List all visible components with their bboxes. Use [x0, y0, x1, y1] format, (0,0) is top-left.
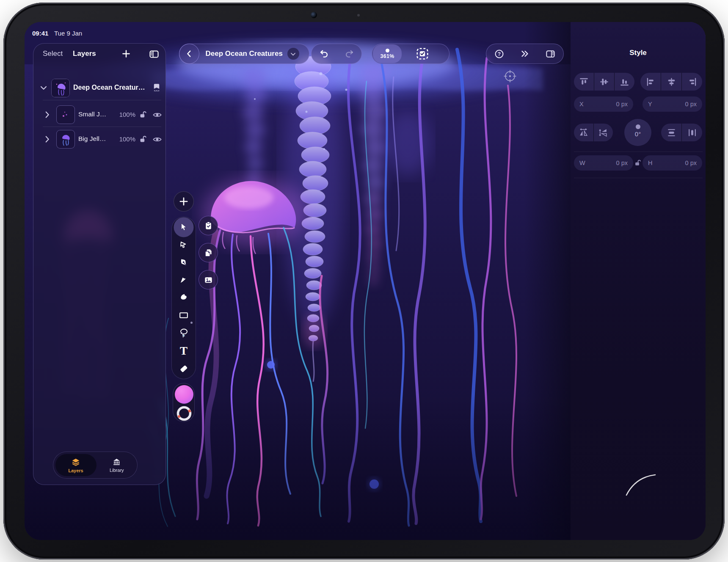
node-tool[interactable] [179, 240, 189, 250]
height-field[interactable]: H 0 px [643, 155, 702, 171]
tab-layers-footer[interactable]: Layers [55, 454, 97, 476]
chevron-down-icon[interactable] [39, 83, 48, 92]
flip-vertical-button[interactable] [593, 124, 613, 141]
library-building-icon [112, 457, 121, 466]
align-left-button[interactable] [640, 73, 661, 91]
align-top-button[interactable] [574, 73, 594, 91]
align-bottom-button[interactable] [614, 73, 634, 91]
zoom-level-button[interactable]: 361% [373, 44, 402, 63]
crosshair-widget-icon [503, 69, 517, 83]
align-center-button[interactable] [661, 73, 681, 91]
align-bottom-icon [619, 77, 630, 87]
eraser-icon [179, 364, 189, 374]
import-image-button[interactable] [199, 270, 218, 289]
x-label: X [579, 101, 584, 107]
status-date: Tue 9 Jan [54, 30, 82, 37]
chevron-left-icon [185, 49, 194, 58]
tab-library-footer[interactable]: Library [97, 452, 138, 478]
right-actions-pill: ? [486, 44, 564, 64]
right-sidebar-toggle-button[interactable] [545, 49, 556, 59]
back-button[interactable] [179, 44, 199, 64]
layer-row-small-jellyfish[interactable]: Small J… 100% [33, 105, 165, 125]
flip-horizontal-button[interactable] [574, 124, 593, 141]
front-camera [311, 12, 317, 18]
mic-dot [357, 14, 360, 17]
stroke-color-swatch[interactable] [176, 405, 192, 422]
flip-horizontal-icon [578, 127, 589, 138]
layer-name: Small J… [78, 110, 106, 118]
x-position-field[interactable]: X 0 px [574, 96, 633, 112]
text-tool[interactable]: T [180, 345, 188, 357]
paste-clipboard-button[interactable] [199, 216, 218, 235]
distribute-group [661, 124, 702, 141]
tab-select[interactable]: Select [43, 50, 63, 58]
snapping-toggle-button[interactable] [416, 47, 435, 61]
image-icon [204, 275, 213, 285]
pencil-tool[interactable] [179, 275, 189, 285]
w-label: W [579, 160, 585, 166]
divider [43, 100, 161, 100]
fill-color-swatch[interactable] [175, 385, 193, 404]
y-position-field[interactable]: Y 0 px [643, 96, 702, 112]
shape-tool[interactable] [179, 310, 189, 321]
undo-button[interactable] [319, 49, 329, 59]
left-sidebar-toggle-button[interactable] [149, 49, 160, 60]
document-title: Deep Ocean Creatures [206, 50, 283, 58]
unlock-icon[interactable] [138, 110, 148, 119]
document-menu-button[interactable] [287, 48, 299, 60]
layer-opacity[interactable]: 100% [116, 135, 135, 143]
brush-tool[interactable] [179, 292, 189, 303]
add-object-button[interactable] [174, 191, 194, 212]
brush-icon [179, 292, 189, 303]
style-panel: Style [571, 22, 706, 540]
align-right-button[interactable] [681, 73, 702, 91]
width-field[interactable]: W 0 px [574, 155, 633, 171]
eraser-tool[interactable] [179, 364, 189, 374]
tab-label: Layers [69, 468, 83, 473]
layer-name: Deep Ocean Creatur… [73, 84, 145, 91]
align-middle-icon [599, 77, 609, 87]
w-value: 0 px [616, 160, 628, 166]
layer-row-artboard[interactable]: Deep Ocean Creatur… [33, 78, 165, 98]
y-value: 0 px [685, 101, 697, 107]
duplicate-document-button[interactable] [199, 243, 218, 262]
color-well [173, 383, 195, 422]
eye-icon[interactable] [152, 135, 162, 144]
aspect-lock-icon[interactable] [634, 159, 642, 167]
chevron-right-icon[interactable] [42, 135, 52, 144]
layer-row-big-jellyfish[interactable]: Big Jell… 100% [33, 129, 165, 149]
layer-opacity[interactable]: 100% [116, 111, 135, 118]
divider [574, 152, 703, 152]
rotation-dial[interactable]: 0° [624, 119, 651, 146]
select-tool[interactable] [179, 222, 189, 232]
rectangle-icon [179, 310, 189, 321]
node-arrow-icon [179, 240, 189, 250]
distribute-vertical-button[interactable] [661, 124, 681, 141]
pencil-tip-icon [179, 275, 189, 285]
help-button[interactable]: ? [494, 49, 505, 59]
screen: 09:41 Tue 9 Jan 100% Deep Ocean Creature… [25, 22, 706, 540]
distribute-horizontal-button[interactable] [681, 124, 702, 141]
eye-icon[interactable] [152, 110, 162, 120]
distribute-horizontal-icon [687, 127, 698, 138]
zoom-snap-pill: 361% [372, 44, 449, 64]
align-left-icon [645, 77, 656, 87]
divider [43, 127, 161, 127]
chevron-right-icon[interactable] [42, 110, 52, 119]
layer-thumbnail [57, 130, 75, 149]
align-middle-button[interactable] [594, 73, 614, 91]
lasso-tool[interactable] [179, 328, 189, 338]
zoom-dot-icon [386, 49, 389, 52]
layers-panel: Select Layers Deep Ocean Creatur… [33, 43, 166, 485]
ipad-device-frame: 09:41 Tue 9 Jan 100% Deep Ocean Creature… [3, 3, 725, 559]
unlock-icon[interactable] [138, 135, 148, 144]
add-layer-button[interactable] [121, 49, 131, 59]
tab-layers[interactable]: Layers [73, 50, 96, 58]
history-pill [311, 44, 362, 64]
tab-label: Library [110, 468, 124, 473]
redo-button[interactable] [344, 49, 354, 59]
style-panel-title: Style [571, 49, 706, 57]
expand-tools-button[interactable] [520, 49, 530, 59]
h-value: 0 px [685, 160, 697, 166]
pen-tool[interactable] [179, 257, 189, 267]
